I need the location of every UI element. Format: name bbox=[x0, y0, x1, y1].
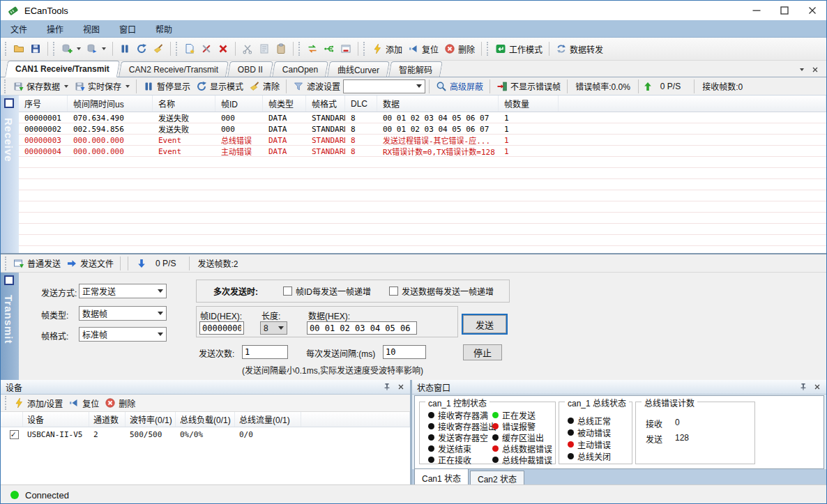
device-delete-button[interactable]: 删除 bbox=[102, 395, 138, 411]
frame-type-select[interactable]: 数据帧 bbox=[79, 306, 167, 321]
filter-settings-button[interactable]: 滤波设置 bbox=[290, 78, 343, 94]
toolbar-grip bbox=[298, 42, 301, 56]
reset-device-button[interactable]: 复位 bbox=[405, 41, 441, 57]
data-hex-input[interactable] bbox=[307, 321, 417, 335]
tab-can2[interactable]: CAN2 Receive/Transmit bbox=[119, 61, 229, 77]
refresh-button[interactable] bbox=[133, 41, 150, 56]
normal-send-button[interactable]: 普通发送 bbox=[10, 255, 63, 271]
menu-file[interactable]: 文件 bbox=[1, 20, 37, 37]
table-row[interactable]: 00000004000.000.000Event主动错误DATASTANDARD… bbox=[19, 146, 826, 157]
pause-display-button[interactable]: 暂停显示 bbox=[140, 78, 193, 94]
delete-device-button[interactable]: 删除 bbox=[441, 41, 478, 57]
data-increment-checkbox[interactable] bbox=[389, 287, 398, 296]
led-label: 接收寄存器满 bbox=[438, 409, 488, 421]
interval-input[interactable] bbox=[383, 345, 426, 359]
save-data-button[interactable]: 保存数据 bbox=[10, 78, 71, 94]
col-device: 设备 bbox=[23, 412, 89, 427]
menu-operate[interactable]: 操作 bbox=[37, 20, 73, 37]
led-label: 总线仲裁错误 bbox=[502, 454, 552, 466]
paste-button[interactable] bbox=[273, 41, 289, 56]
db-export-button[interactable] bbox=[84, 41, 109, 56]
send-file-button[interactable]: 发送文件 bbox=[63, 255, 116, 271]
pin-icon[interactable] bbox=[799, 383, 807, 391]
menu-view[interactable]: 视图 bbox=[73, 20, 109, 37]
col-data: 数据 bbox=[377, 96, 499, 112]
led-label: 总线关闭 bbox=[577, 450, 611, 462]
tab-canopen[interactable]: CanOpen bbox=[272, 61, 328, 77]
device-row[interactable]: USBCAN-II-V5 2 500/500 0%/0% 0/0 bbox=[1, 427, 410, 441]
realtime-save-button[interactable]: 实时保存 bbox=[71, 78, 132, 94]
send-file-arrow-icon bbox=[66, 258, 77, 269]
status-led bbox=[492, 457, 499, 463]
swap-button[interactable] bbox=[304, 41, 321, 56]
data-forward-button[interactable]: 数据转发 bbox=[553, 41, 606, 57]
led-label: 被动错误 bbox=[577, 427, 611, 438]
pause-button[interactable] bbox=[116, 41, 133, 56]
hide-error-frames-button[interactable]: 不显示错误帧 bbox=[494, 78, 563, 94]
minimize-button[interactable] bbox=[743, 1, 771, 20]
panel-close-icon[interactable] bbox=[813, 383, 821, 391]
tab-close-icon[interactable] bbox=[811, 66, 819, 74]
new-doc-button[interactable] bbox=[181, 41, 198, 56]
panel-close-icon[interactable] bbox=[397, 383, 405, 391]
close-button[interactable] bbox=[798, 1, 826, 20]
work-mode-button[interactable]: 工作模式 bbox=[492, 41, 545, 57]
device-enabled-checkbox[interactable] bbox=[10, 430, 19, 439]
frame-format-select[interactable]: 标准帧 bbox=[79, 327, 167, 342]
advanced-mask-button[interactable]: 高级屏蔽 bbox=[433, 78, 486, 94]
db-add-button[interactable] bbox=[59, 41, 84, 56]
tab-curver[interactable]: 曲线Curver bbox=[327, 61, 390, 77]
toolbar-separator bbox=[128, 257, 128, 270]
tab-can1[interactable]: CAN1 Receive/Transmit bbox=[5, 61, 120, 77]
display-mode-button[interactable]: 显示模式 bbox=[193, 78, 246, 94]
stop-button[interactable]: 停止 bbox=[463, 344, 502, 360]
recv-count-text: 接收帧数:0 bbox=[698, 80, 747, 92]
window-minus-button[interactable] bbox=[337, 41, 354, 56]
frame-id-input[interactable] bbox=[199, 321, 244, 335]
tools-button[interactable] bbox=[198, 41, 215, 56]
transmit-collapse-toggle[interactable] bbox=[4, 275, 14, 285]
menu-window[interactable]: 窗口 bbox=[109, 20, 146, 37]
chevron-down-icon bbox=[158, 312, 163, 315]
send-mode-select[interactable]: 正常发送 bbox=[79, 284, 167, 298]
usb-button[interactable] bbox=[321, 41, 337, 56]
length-select[interactable]: 8 bbox=[260, 321, 287, 335]
delete-x-icon bbox=[218, 43, 229, 54]
delete-x-button[interactable] bbox=[215, 41, 232, 56]
table-row[interactable]: 00000002002.594.856发送失败000DATASTANDARD80… bbox=[19, 123, 826, 135]
copy-button[interactable] bbox=[256, 41, 273, 56]
status-led bbox=[428, 412, 434, 418]
receive-collapse-toggle[interactable] bbox=[4, 98, 14, 108]
maximize-button[interactable] bbox=[771, 1, 798, 20]
advanced-mask-label: 高级屏蔽 bbox=[450, 80, 483, 92]
database-add-icon bbox=[61, 43, 73, 54]
send-times-input[interactable] bbox=[242, 345, 288, 359]
dropdown-caret-icon bbox=[64, 85, 68, 88]
tab-decode[interactable]: 智能解码 bbox=[388, 61, 443, 77]
frame-type-label: 帧类型: bbox=[41, 309, 68, 321]
save-button[interactable] bbox=[27, 41, 44, 56]
app-window: ECanTools 文件 操作 视图 窗口 帮助 bbox=[0, 0, 827, 504]
clean-button[interactable] bbox=[150, 41, 167, 56]
tab-overflow-caret-icon[interactable] bbox=[800, 68, 804, 71]
cut-button[interactable] bbox=[239, 41, 256, 56]
filter-select[interactable] bbox=[343, 79, 425, 93]
send-button[interactable]: 发送 bbox=[463, 315, 506, 333]
status-body: can_1 控制状态 接收寄存器满 接收寄存器溢出 发送寄存器空 发送结束 正在… bbox=[414, 395, 824, 469]
open-button[interactable] bbox=[10, 41, 27, 56]
device-add-button[interactable]: 添加/设置 bbox=[10, 395, 66, 411]
menu-help[interactable]: 帮助 bbox=[146, 20, 182, 37]
device-reset-button[interactable]: 复位 bbox=[66, 395, 102, 411]
clear-button[interactable]: 清除 bbox=[246, 78, 282, 94]
table-row[interactable]: 00000003000.000.000Event总线错误DATASTANDARD… bbox=[19, 135, 826, 146]
add-device-button[interactable]: 添加 bbox=[369, 41, 405, 57]
tab-obd2[interactable]: OBD II bbox=[227, 61, 273, 77]
table-row[interactable]: 00000001070.634.490发送失败000DATASTANDARD80… bbox=[19, 112, 826, 123]
work-mode-label: 工作模式 bbox=[509, 43, 543, 55]
device-baud: 500/500 bbox=[126, 430, 176, 439]
rx-pps-text: 0 P/S bbox=[653, 82, 690, 91]
pin-icon[interactable] bbox=[383, 383, 391, 391]
data-forward-icon bbox=[556, 43, 567, 54]
id-increment-checkbox[interactable] bbox=[283, 287, 292, 296]
length-label: 长度: bbox=[261, 310, 280, 321]
